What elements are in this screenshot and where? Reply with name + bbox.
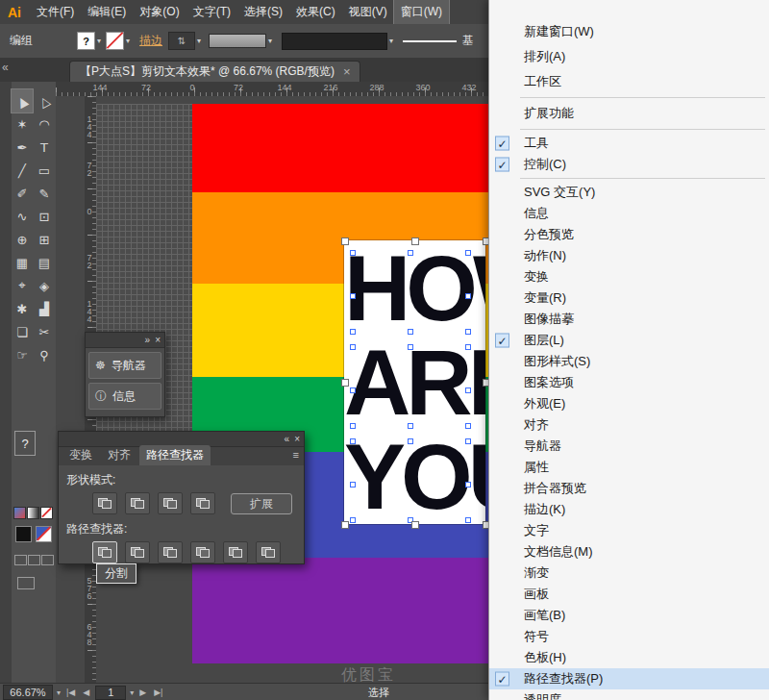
window-menu-item[interactable]: 属性 [489, 457, 769, 478]
next-artboard-icon[interactable]: ▶ [139, 688, 146, 697]
window-menu-item[interactable]: 扩展功能 [489, 101, 769, 126]
window-menu-item[interactable]: 导航器 [489, 436, 769, 457]
anchor-point[interactable] [350, 329, 356, 335]
window-menu-item[interactable]: 描边(K) [489, 499, 769, 520]
style-dropdown-icon[interactable]: ▾ [389, 37, 393, 45]
window-menu-item[interactable]: 变换 [489, 266, 769, 288]
anchor-point[interactable] [465, 517, 471, 523]
lasso-tool[interactable]: ◠ [34, 112, 55, 136]
panel-button-info[interactable]: ⓘ信息 [88, 383, 161, 410]
anchor-point[interactable] [350, 250, 356, 256]
help-icon[interactable]: ? [14, 431, 36, 456]
color-button[interactable] [14, 508, 25, 518]
draw-mode-1-icon[interactable] [14, 555, 27, 565]
anchor-point[interactable] [350, 293, 356, 299]
anchor-point[interactable] [465, 423, 471, 429]
panel-tab[interactable]: 变换 [62, 445, 99, 465]
anchor-point[interactable] [465, 482, 471, 488]
menubar-item[interactable]: 效果(C) [289, 0, 342, 24]
panel-menu-icon[interactable]: ≡ [293, 449, 299, 461]
window-menu-item[interactable]: 排列(A) [489, 44, 769, 69]
unite-button[interactable] [92, 492, 117, 514]
window-menu-item[interactable]: 文字 [489, 520, 769, 541]
window-menu-item[interactable]: 对齐 [489, 414, 769, 436]
draw-mode-3-icon[interactable] [41, 555, 54, 565]
window-menu-item[interactable]: 拼合器预览 [489, 478, 769, 499]
magic-wand-tool[interactable]: ✶ [12, 112, 33, 136]
width-profile-dropdown[interactable] [209, 34, 266, 48]
anchor-point[interactable] [408, 438, 413, 444]
anchor-point[interactable] [408, 344, 413, 350]
window-menu-item[interactable]: 工作区 [489, 69, 769, 94]
minus-front-button[interactable] [125, 492, 150, 514]
selection-tool[interactable]: ▲ [12, 89, 33, 112]
close-tab-icon[interactable]: × [343, 64, 351, 79]
zoom-dropdown-icon[interactable]: ▾ [57, 688, 61, 697]
line-segment-tool[interactable]: ╱ [12, 159, 33, 182]
close-panel-icon[interactable]: × [155, 335, 161, 345]
width-profile-dropdown-icon[interactable]: ▾ [268, 37, 272, 45]
window-menu-item[interactable]: 图形样式(S) [489, 351, 769, 372]
panel-tab[interactable]: 路径查找器 [139, 445, 211, 465]
trim-button[interactable] [125, 541, 150, 563]
window-menu-item[interactable]: 文档信息(M) [489, 541, 769, 562]
width-tool[interactable]: ∿ [12, 205, 33, 228]
window-menu-item[interactable]: 符号 [489, 626, 769, 647]
zoom-tool[interactable]: ⚲ [34, 343, 55, 366]
panel-button-navigator[interactable]: ☸导航器 [88, 352, 161, 379]
close-panel-icon[interactable]: × [294, 434, 300, 444]
symbol-sprayer-tool[interactable]: ✱ [12, 297, 33, 320]
menubar-item[interactable]: 文字(T) [186, 0, 237, 24]
artboard-number-field[interactable]: 1 [95, 686, 126, 700]
style-dropdown[interactable] [282, 33, 387, 50]
window-menu-item[interactable]: 图案选项 [489, 372, 769, 393]
selection-handle[interactable] [411, 521, 419, 529]
window-menu-item[interactable]: ✓工具 [489, 133, 769, 154]
menubar-item[interactable]: 视图(V) [342, 0, 394, 24]
previous-artboard-icon[interactable]: ◀ [83, 688, 89, 697]
anchor-point[interactable] [350, 438, 356, 444]
anchor-point[interactable] [408, 423, 413, 429]
anchor-point[interactable] [465, 329, 471, 335]
pencil-tool[interactable]: ✎ [34, 182, 55, 205]
crop-button[interactable] [190, 541, 215, 563]
selection-handle[interactable] [411, 238, 419, 245]
type-tool[interactable]: T [34, 136, 55, 159]
anchor-point[interactable] [465, 293, 471, 299]
stroke-swatch[interactable] [106, 32, 124, 50]
outline-button[interactable] [223, 541, 248, 563]
window-menu-item[interactable]: 渐变 [489, 562, 769, 584]
fill-dropdown-icon[interactable]: ▾ [97, 37, 101, 45]
hand-tool[interactable]: ☞ [12, 343, 33, 366]
draw-mode-2-icon[interactable] [28, 555, 40, 565]
first-artboard-icon[interactable]: |◀ [66, 688, 75, 697]
window-menu-item[interactable]: 分色预览 [489, 224, 769, 245]
shape-builder-tool[interactable]: ⊕ [12, 228, 33, 251]
anchor-point[interactable] [350, 517, 356, 523]
anchor-point[interactable] [350, 344, 356, 350]
rectangle-tool[interactable]: ▭ [34, 159, 55, 182]
menubar-item[interactable]: 窗口(W) [394, 0, 449, 24]
window-menu-item[interactable]: 透明度 [489, 689, 769, 700]
free-transform-tool[interactable]: ⊡ [34, 205, 55, 228]
minus-back-button[interactable] [256, 541, 281, 563]
menubar-item[interactable]: 文件(F) [30, 0, 81, 24]
perspective-grid-tool[interactable]: ⊞ [34, 228, 55, 251]
artboard[interactable]: HOWAREYOU [344, 240, 485, 524]
window-menu-item[interactable]: 动作(N) [489, 245, 769, 266]
window-menu-item[interactable]: ✓路径查找器(P) [489, 668, 769, 689]
selection-handle[interactable] [341, 521, 349, 529]
window-menu-item[interactable]: 变量(R) [489, 288, 769, 309]
anchor-point[interactable] [350, 423, 356, 429]
menubar-item[interactable]: 选择(S) [237, 0, 289, 24]
window-menu-item[interactable]: SVG 交互(Y) [489, 182, 769, 203]
window-menu-item[interactable]: 画笔(B) [489, 605, 769, 626]
paintbrush-tool[interactable]: ✐ [12, 182, 33, 205]
horizontal-ruler[interactable]: 14472072144216288360432 [56, 82, 488, 97]
anchor-point[interactable] [408, 250, 413, 256]
pen-tool[interactable]: ✒ [12, 136, 33, 159]
screen-mode-icon[interactable] [17, 577, 35, 589]
stroke-weight-dropdown-icon[interactable]: ▾ [197, 37, 201, 45]
draw-normal-icon[interactable] [16, 527, 31, 541]
expand-button[interactable]: 扩展 [231, 493, 292, 514]
